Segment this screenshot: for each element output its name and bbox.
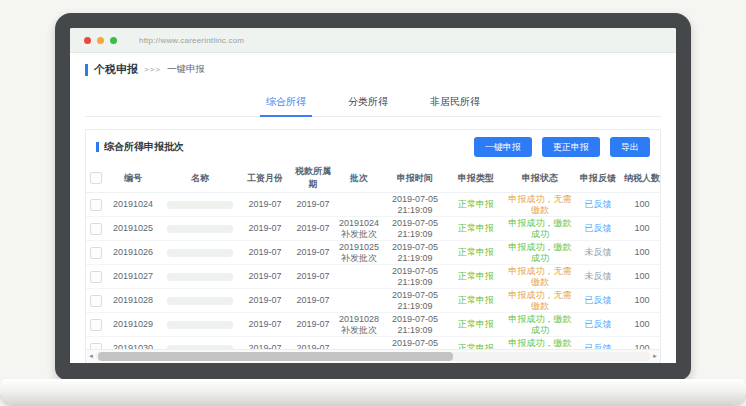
cell-batch <box>336 337 382 351</box>
cell-id: 20191024 <box>106 193 160 217</box>
cell-tax-period: 2019-07 <box>290 217 336 241</box>
row-checkbox[interactable] <box>90 319 102 331</box>
row-select-cell <box>86 193 106 217</box>
batch-table-container: 编号名称工资月份税款所属期批次申报时间申报类型申报状态申报反馈纳税人数 2019… <box>86 164 660 350</box>
laptop-screen-bezel: http://www.careerintlinc.com 个税申报 >>> 一键… <box>55 13 691 380</box>
minimize-window-button[interactable] <box>97 37 104 44</box>
tab-comprehensive-income[interactable]: 综合所得 <box>252 86 320 116</box>
close-window-button[interactable] <box>84 37 91 44</box>
page-content: 个税申报 >>> 一键申报 综合所得 分类所得 非居民所得 综合所得申报批次 一… <box>70 53 676 363</box>
cell-taxpayer-count: 100 <box>620 241 660 265</box>
row-checkbox[interactable] <box>90 295 102 307</box>
breadcrumb-separator: >>> <box>144 65 161 74</box>
breadcrumb: 个税申报 >>> 一键申报 <box>85 62 205 77</box>
tab-classified-income[interactable]: 分类所得 <box>334 86 402 116</box>
scroll-right-arrow[interactable]: ► <box>650 350 660 363</box>
column-header-taxpayer_count: 纳税人数 <box>620 164 660 193</box>
cell-name <box>160 337 240 351</box>
row-checkbox[interactable] <box>90 271 102 283</box>
table-row: 201910242019-072019-072019-07-05 21:19:0… <box>86 193 660 217</box>
cell-declare-type: 正常申报 <box>448 241 504 265</box>
cell-feedback: 已反馈 <box>576 289 620 313</box>
column-header-name: 名称 <box>160 164 240 193</box>
cell-taxpayer-count: 100 <box>620 337 660 351</box>
cell-declare-status: 申报成功，缴款成功 <box>504 337 576 351</box>
cell-name <box>160 193 240 217</box>
row-select-cell <box>86 265 106 289</box>
scrollbar-track[interactable] <box>96 352 650 361</box>
row-select-cell <box>86 241 106 265</box>
batch-table: 编号名称工资月份税款所属期批次申报时间申报类型申报状态申报反馈纳税人数 2019… <box>86 164 660 350</box>
column-header-salary_month: 工资月份 <box>240 164 290 193</box>
cell-declare-type: 正常申报 <box>448 193 504 217</box>
cell-feedback: 已反馈 <box>576 193 620 217</box>
cell-batch <box>336 193 382 217</box>
cell-taxpayer-count: 100 <box>620 289 660 313</box>
redacted-name-placeholder <box>167 321 233 329</box>
cell-declare-status: 申报成功，无需缴款 <box>504 289 576 313</box>
redacted-name-placeholder <box>167 225 233 233</box>
one-click-declare-button[interactable]: 一键申报 <box>474 137 532 157</box>
cell-salary-month: 2019-07 <box>240 313 290 337</box>
laptop-base <box>0 379 746 404</box>
correct-declare-button[interactable]: 更正申报 <box>542 137 600 157</box>
cell-id: 20191028 <box>106 289 160 313</box>
cell-salary-month: 2019-07 <box>240 265 290 289</box>
cell-declare-time: 2019-07-05 21:19:09 <box>382 265 448 289</box>
cell-id: 20191030 <box>106 337 160 351</box>
cell-declare-type: 正常申报 <box>448 289 504 313</box>
cell-batch <box>336 265 382 289</box>
cell-batch: 20191025 补发批次 <box>336 241 382 265</box>
maximize-window-button[interactable] <box>110 37 117 44</box>
browser-window: http://www.careerintlinc.com 个税申报 >>> 一键… <box>70 28 676 363</box>
redacted-name-placeholder <box>167 201 233 209</box>
cell-declare-time: 2019-07-05 21:19:09 <box>382 217 448 241</box>
address-bar[interactable]: http://www.careerintlinc.com <box>139 36 244 45</box>
cell-salary-month: 2019-07 <box>240 217 290 241</box>
row-checkbox[interactable] <box>90 247 102 259</box>
panel-header: 综合所得申报批次 一键申报 更正申报 导出 <box>86 130 660 164</box>
table-row: 201910292019-072019-0720191028 补发批次2019-… <box>86 313 660 337</box>
column-header-select <box>86 164 106 193</box>
cell-salary-month: 2019-07 <box>240 241 290 265</box>
cell-name <box>160 217 240 241</box>
row-select-cell <box>86 313 106 337</box>
column-header-feedback: 申报反馈 <box>576 164 620 193</box>
row-checkbox[interactable] <box>90 223 102 235</box>
row-select-cell <box>86 337 106 351</box>
table-row: 201910252019-072019-0720191024 补发批次2019-… <box>86 217 660 241</box>
cell-taxpayer-count: 100 <box>620 193 660 217</box>
breadcrumb-module-title: 个税申报 <box>94 62 138 77</box>
browser-chrome-bar: http://www.careerintlinc.com <box>70 28 676 53</box>
cell-feedback: 已反馈 <box>576 217 620 241</box>
tab-nonresident-income[interactable]: 非居民所得 <box>416 86 494 116</box>
cell-feedback: 未反馈 <box>576 241 620 265</box>
cell-feedback: 已反馈 <box>576 313 620 337</box>
column-header-batch: 批次 <box>336 164 382 193</box>
cell-id: 20191029 <box>106 313 160 337</box>
cell-declare-type: 正常申报 <box>448 217 504 241</box>
breadcrumb-accent-bar <box>85 64 88 76</box>
cell-declare-status: 申报成功，缴款成功 <box>504 313 576 337</box>
cell-salary-month: 2019-07 <box>240 337 290 351</box>
cell-declare-type: 正常申报 <box>448 313 504 337</box>
redacted-name-placeholder <box>167 273 233 281</box>
table-row: 201910302019-072019-072019-07-05 21:19:0… <box>86 337 660 351</box>
cell-taxpayer-count: 100 <box>620 265 660 289</box>
horizontal-scrollbar[interactable]: ◄ ► <box>86 349 660 363</box>
redacted-name-placeholder <box>167 249 233 257</box>
cell-id: 20191025 <box>106 217 160 241</box>
panel-title-accent-bar <box>96 142 99 152</box>
scrollbar-thumb[interactable] <box>98 352 453 361</box>
cell-batch <box>336 289 382 313</box>
cell-salary-month: 2019-07 <box>240 193 290 217</box>
export-button[interactable]: 导出 <box>610 137 650 157</box>
cell-tax-period: 2019-07 <box>290 337 336 351</box>
cell-declare-time: 2019-07-05 21:19:09 <box>382 313 448 337</box>
panel-title: 综合所得申报批次 <box>96 140 184 154</box>
row-checkbox[interactable] <box>90 199 102 211</box>
scroll-left-arrow[interactable]: ◄ <box>86 350 96 363</box>
column-header-tax_period: 税款所属期 <box>290 164 336 193</box>
select-all-checkbox[interactable] <box>90 172 102 184</box>
column-header-id: 编号 <box>106 164 160 193</box>
